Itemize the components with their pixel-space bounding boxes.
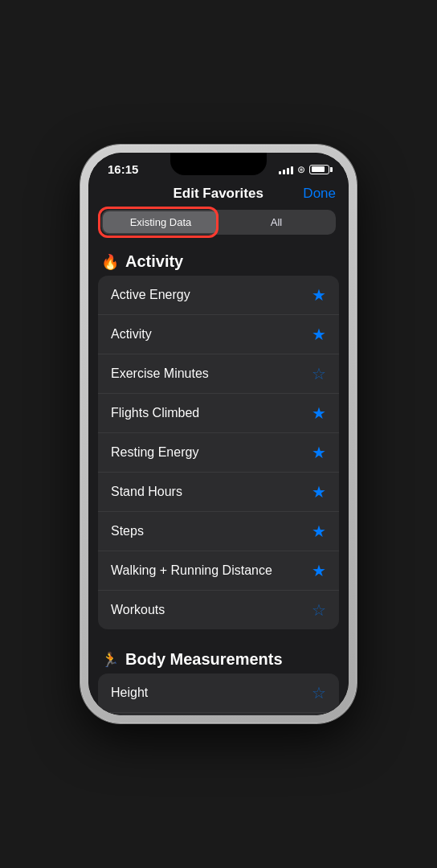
scroll-content[interactable]: 🔥 Activity Active Energy ★ Activity ★ Ex… xyxy=(88,244,349,715)
list-item[interactable]: Resting Energy ★ xyxy=(98,433,339,473)
battery-icon xyxy=(309,165,329,174)
activity-icon: 🔥 xyxy=(101,253,119,271)
nav-header: Edit Favorites Done xyxy=(88,179,349,210)
done-button[interactable]: Done xyxy=(303,186,336,202)
list-item[interactable]: Workouts ☆ xyxy=(98,591,339,629)
page-title: Edit Favorites xyxy=(133,186,303,202)
star-icon[interactable]: ★ xyxy=(312,325,326,344)
list-item[interactable]: Flights Climbed ★ xyxy=(98,394,339,433)
status-time: 16:15 xyxy=(108,162,138,176)
list-item[interactable]: Walking + Running Distance ★ xyxy=(98,551,339,591)
star-empty-icon[interactable]: ☆ xyxy=(312,683,326,702)
star-icon[interactable]: ★ xyxy=(312,561,326,580)
list-item[interactable]: Active Energy ★ xyxy=(98,276,339,315)
body-measurements-title: Body Measurements xyxy=(125,650,283,669)
body-measurements-icon: 🏃 xyxy=(101,651,119,669)
star-icon[interactable]: ★ xyxy=(312,285,326,305)
phone-frame: 16:15 ⊛ Edit Favorites xyxy=(80,145,357,723)
segment-control: Existing Data All xyxy=(101,210,336,235)
star-icon[interactable]: ★ xyxy=(312,522,326,541)
star-empty-icon[interactable]: ☆ xyxy=(312,364,326,383)
list-item[interactable]: Activity ★ xyxy=(98,315,339,354)
segment-wrapper: Existing Data All xyxy=(88,210,349,244)
segment-existing-data[interactable]: Existing Data xyxy=(103,211,218,233)
star-icon[interactable]: ★ xyxy=(312,403,326,423)
body-section-header: 🏃 Body Measurements xyxy=(88,642,349,674)
activity-title: Activity xyxy=(125,252,183,271)
activity-section-header: 🔥 Activity xyxy=(88,244,349,276)
list-item[interactable]: Height ☆ xyxy=(98,674,339,713)
status-icons: ⊛ xyxy=(279,164,329,175)
body-measurements-list: Height ☆ Weight ☆ xyxy=(98,674,339,715)
activity-list: Active Energy ★ Activity ★ Exercise Minu… xyxy=(98,276,339,629)
star-empty-icon[interactable]: ☆ xyxy=(312,600,326,620)
list-item[interactable]: Exercise Minutes ☆ xyxy=(98,354,339,394)
list-item[interactable]: Stand Hours ★ xyxy=(98,473,339,512)
wifi-icon: ⊛ xyxy=(297,164,305,175)
screen: 16:15 ⊛ Edit Favorites xyxy=(88,153,349,715)
list-item[interactable]: Weight ☆ xyxy=(98,713,339,715)
segment-all[interactable]: All xyxy=(218,211,334,233)
star-icon[interactable]: ★ xyxy=(312,482,326,502)
list-item[interactable]: Steps ★ xyxy=(98,512,339,551)
phone-inner: 16:15 ⊛ Edit Favorites xyxy=(88,153,349,715)
notch xyxy=(170,153,267,175)
star-icon[interactable]: ★ xyxy=(312,443,326,462)
signal-bars-icon xyxy=(279,165,293,174)
